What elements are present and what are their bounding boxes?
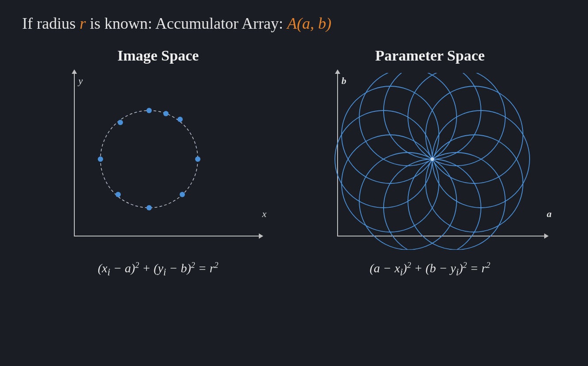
dot-top (146, 108, 152, 113)
header-title: If radius r is known: Accumulator Array:… (22, 13, 566, 34)
parameter-space-panel: Parameter Space a b (294, 47, 566, 278)
param-x-label: a (547, 208, 552, 220)
header-middle: is known: Accumulator Array: (86, 15, 287, 32)
content-area: Image Space x y (22, 47, 566, 278)
param-circle-9 (384, 159, 481, 250)
image-formula-area: (xi − a)2 + (yi − b)2 = r2 (98, 254, 219, 278)
dot-upper-right (177, 117, 183, 122)
dot-upper (163, 111, 169, 116)
image-formula: (xi − a)2 + (yi − b)2 = r2 (98, 261, 219, 278)
dot-right (195, 156, 200, 162)
header-formula: A(a, b) (287, 15, 331, 32)
parameter-space-svg (319, 73, 541, 250)
parameter-space-graph: a b (319, 73, 541, 250)
image-space-panel: Image Space x y (22, 47, 294, 278)
image-space-svg (56, 73, 260, 250)
dot-lower-right (180, 192, 185, 197)
image-space-title: Image Space (117, 47, 199, 64)
dot-left (98, 156, 103, 162)
param-formula-area: (a − xi)2 + (b − yi)2 = r2 (369, 254, 490, 278)
param-formula: (a − xi)2 + (b − yi)2 = r2 (369, 261, 490, 278)
param-circle-3 (384, 73, 481, 159)
header-prefix: If radius (22, 15, 80, 32)
dot-bottom (146, 205, 152, 210)
image-x-label: x (262, 208, 266, 220)
parameter-space-title: Parameter Space (375, 47, 485, 64)
dot-lower-left (115, 192, 121, 197)
header-r: r (80, 15, 86, 32)
image-space-graph: x y (56, 73, 260, 250)
page-container: If radius r is known: Accumulator Array:… (0, 0, 588, 366)
dot-upper-left (118, 120, 123, 125)
param-center-dot (430, 157, 434, 161)
